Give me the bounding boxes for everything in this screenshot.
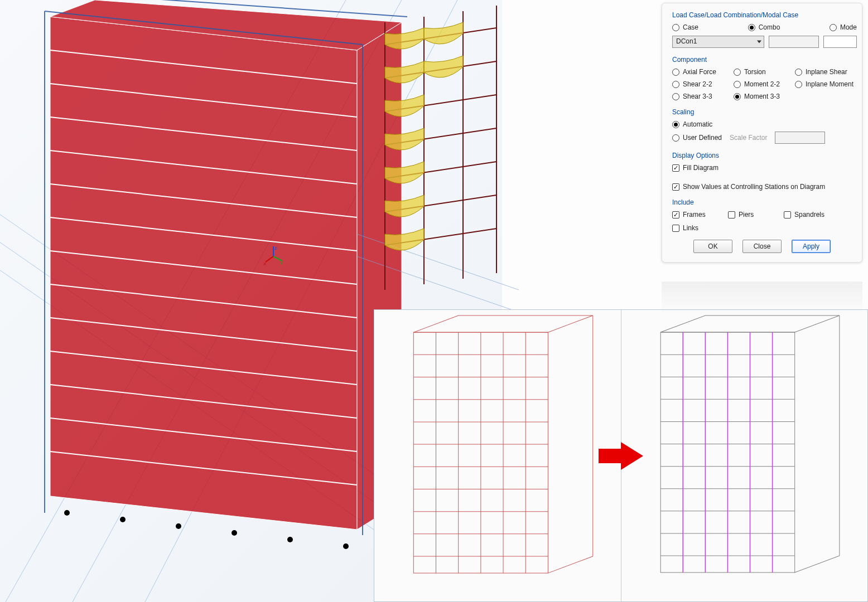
load-case-title: Load Case/Load Combination/Modal Case: [672, 11, 857, 19]
scale-factor-label: Scale Factor: [730, 134, 767, 142]
svg-marker-6: [50, 17, 357, 530]
section-display-options: Display Options Fill Diagram Show Values…: [672, 152, 852, 191]
svg-line-34: [266, 256, 273, 262]
radio-shear-33[interactable]: Shear 3-3: [672, 93, 734, 100]
radio-scaling-automatic[interactable]: Automatic: [672, 120, 852, 128]
check-spandrels[interactable]: Spandrels: [784, 211, 840, 219]
radio-shear-22[interactable]: Shear 2-2: [672, 80, 734, 88]
svg-marker-81: [660, 315, 840, 332]
component-title: Component: [672, 56, 862, 64]
svg-point-26: [64, 510, 70, 516]
apply-button[interactable]: Apply: [792, 240, 831, 253]
svg-line-39: [357, 234, 519, 290]
svg-marker-67: [413, 315, 592, 332]
radio-moment-22[interactable]: Moment 2-2: [734, 80, 795, 88]
check-piers[interactable]: Piers: [728, 211, 784, 219]
svg-text:Y: Y: [280, 260, 283, 265]
analysis-wireframe-illustration: [374, 310, 621, 601]
radio-torsion[interactable]: Torsion: [734, 68, 795, 76]
combo-extra-input-2[interactable]: [823, 36, 857, 48]
ok-button[interactable]: OK: [693, 240, 732, 253]
check-frames[interactable]: Frames: [672, 211, 728, 219]
svg-marker-89: [599, 442, 643, 470]
arrow-right-icon: [599, 442, 643, 470]
radio-scaling-user-defined[interactable]: User Defined: [672, 134, 722, 142]
radio-mode[interactable]: Mode: [830, 23, 857, 31]
svg-point-31: [343, 543, 349, 549]
viewport-moment-diagram[interactable]: [357, 0, 519, 318]
scaling-title: Scaling: [672, 108, 852, 116]
radio-case[interactable]: Case: [672, 23, 698, 31]
svg-point-30: [287, 537, 293, 542]
radio-moment-33[interactable]: Moment 3-3: [734, 93, 795, 100]
radio-inplane-shear[interactable]: Inplane Shear: [795, 68, 862, 76]
scale-factor-input[interactable]: [775, 132, 825, 144]
radio-combo[interactable]: Combo: [748, 23, 780, 31]
svg-line-83: [795, 556, 840, 572]
viewport-design-results[interactable]: [621, 310, 867, 601]
check-show-values[interactable]: Show Values at Controlling Stations on D…: [672, 183, 852, 191]
svg-point-29: [232, 530, 237, 536]
combo-extra-input-1[interactable]: [769, 36, 819, 48]
section-include: Include Frames Piers Spandrels Links: [672, 198, 852, 232]
radio-inplane-moment[interactable]: Inplane Moment: [795, 80, 862, 88]
panel-button-row: OK Close Apply: [672, 240, 852, 253]
member-force-diagram-panel: Load Case/Load Combination/Modal Case Ca…: [662, 3, 862, 263]
close-button[interactable]: Close: [742, 240, 782, 253]
check-fill-diagram[interactable]: Fill Diagram: [672, 164, 852, 172]
section-load-case: Load Case/Load Combination/Modal Case Ca…: [672, 11, 857, 48]
display-options-title: Display Options: [672, 152, 852, 159]
section-scaling: Scaling Automatic User Defined Scale Fac…: [672, 108, 852, 144]
viewport-comparison-pair: [374, 309, 868, 602]
svg-point-28: [176, 523, 181, 529]
chevron-down-icon: [757, 41, 761, 43]
axis-gizmo-icon: Z Y X: [262, 245, 284, 268]
svg-line-69: [548, 556, 592, 573]
check-links[interactable]: Links: [672, 224, 728, 232]
design-wireframe-illustration: [621, 310, 867, 600]
svg-text:X: X: [263, 261, 267, 266]
load-case-select[interactable]: DCon1: [672, 36, 764, 48]
section-component: Component Axial Force Torsion Inplane Sh…: [672, 56, 862, 100]
moment-diagram-illustration: [357, 0, 519, 318]
svg-line-38: [357, 256, 519, 312]
radio-axial-force[interactable]: Axial Force: [672, 68, 734, 76]
include-title: Include: [672, 198, 852, 206]
svg-text:Z: Z: [274, 246, 277, 251]
svg-point-27: [120, 517, 126, 522]
viewport-analysis-results[interactable]: [374, 310, 621, 601]
